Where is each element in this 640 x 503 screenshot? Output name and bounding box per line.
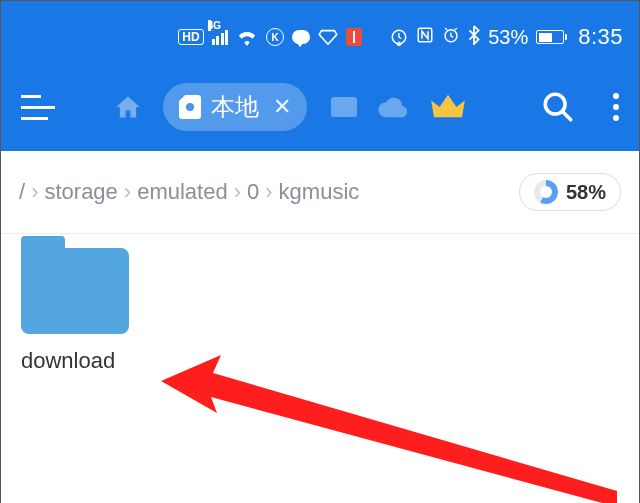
crown-icon[interactable]	[431, 93, 465, 121]
statusbar-icons-right: 53% 8:35	[390, 24, 623, 50]
k-circle-icon: K	[266, 28, 284, 46]
breadcrumb-segment[interactable]: 0	[247, 179, 259, 205]
location-tab-local[interactable]: 本地 ✕	[163, 83, 307, 131]
battery-icon	[536, 30, 564, 44]
storage-usage-text: 58%	[566, 181, 606, 204]
menu-button[interactable]	[21, 95, 55, 120]
breadcrumb-segment[interactable]: kgmusic	[279, 179, 360, 205]
search-button[interactable]	[541, 90, 575, 124]
diamond-icon	[318, 29, 338, 45]
folder-name: download	[21, 348, 141, 374]
tab-label: 本地	[211, 91, 259, 123]
book-icon	[346, 28, 362, 46]
battery-percent: 53%	[488, 26, 528, 49]
nfc-icon	[416, 26, 434, 49]
chat-bubble-icon	[292, 30, 310, 44]
cloud-icon[interactable]	[377, 96, 407, 118]
sd-card-icon	[179, 95, 201, 119]
chevron-right-icon: ›	[234, 179, 241, 205]
wifi-icon	[236, 28, 258, 46]
close-tab-icon[interactable]: ✕	[273, 94, 291, 120]
window-icon[interactable]	[331, 97, 357, 117]
statusbar-icons: HD 4G K	[178, 28, 362, 46]
chevron-right-icon: ›	[124, 179, 131, 205]
chevron-right-icon: ›	[265, 179, 272, 205]
app-toolbar: 本地 ✕	[1, 63, 639, 151]
storage-donut-icon	[534, 180, 558, 204]
bluetooth-icon	[468, 25, 480, 50]
signal-icon: 4G	[212, 30, 229, 45]
hd-badge-icon: HD	[178, 29, 203, 45]
breadcrumb-segment[interactable]: emulated	[137, 179, 228, 205]
download-clock-icon	[390, 28, 408, 46]
folder-icon	[21, 248, 129, 334]
breadcrumb: / › storage › emulated › 0 › kgmusic 58%	[1, 151, 639, 234]
storage-usage-pill[interactable]: 58%	[519, 173, 621, 211]
breadcrumb-segment[interactable]: /	[19, 179, 25, 205]
folder-grid: download	[1, 234, 639, 388]
alarm-icon	[442, 26, 460, 49]
overflow-menu-button[interactable]	[613, 93, 619, 121]
chevron-right-icon: ›	[31, 179, 38, 205]
breadcrumb-segment[interactable]: storage	[44, 179, 117, 205]
folder-item-download[interactable]: download	[21, 248, 141, 374]
svg-line-4	[562, 111, 571, 120]
android-statusbar: HD 4G K	[1, 1, 639, 63]
clock-time: 8:35	[578, 24, 623, 50]
home-icon[interactable]	[113, 93, 143, 121]
content-area: / › storage › emulated › 0 › kgmusic 58%…	[1, 151, 639, 503]
